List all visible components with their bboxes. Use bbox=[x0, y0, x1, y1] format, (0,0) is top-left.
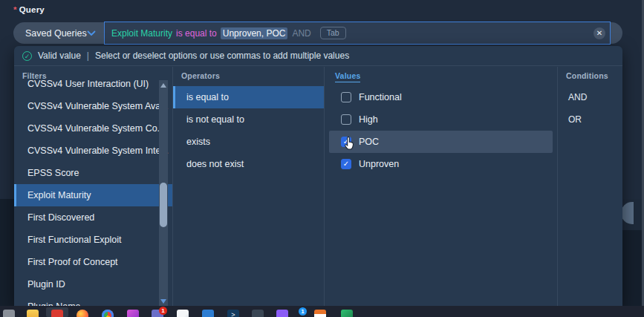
operator-item-selected[interactable]: is equal to bbox=[173, 86, 324, 108]
operators-list-viewport: is equal to is not equal to exists does … bbox=[173, 79, 324, 306]
value-option-label: Unproven bbox=[359, 159, 399, 169]
condition-item-or[interactable]: OR bbox=[558, 108, 621, 131]
red-app-icon[interactable] bbox=[51, 310, 63, 317]
filters-header: Filters bbox=[14, 67, 172, 80]
clear-query-icon[interactable]: ✕ bbox=[593, 27, 605, 39]
scroll-up-arrow-icon[interactable] bbox=[160, 83, 166, 88]
teams-notification-badge: 1 bbox=[159, 307, 167, 315]
filter-item[interactable]: Plugin ID bbox=[14, 273, 172, 295]
filters-column: Filters CVSSv4 User Interaction (UI) CVS… bbox=[14, 67, 173, 306]
filter-item[interactable]: EPSS Score bbox=[14, 162, 172, 184]
query-input[interactable]: Exploit Maturity is equal to Unproven, P… bbox=[104, 22, 611, 45]
values-column: Values Functional High POC bbox=[325, 67, 558, 306]
purple-app-icon[interactable] bbox=[127, 310, 139, 317]
panel-columns: Filters CVSSv4 User Interaction (UI) CVS… bbox=[14, 67, 622, 306]
query-operator-token: is equal to bbox=[176, 28, 217, 39]
status-instructions: Select or deselect options or use commas… bbox=[95, 50, 349, 61]
valid-status-text: Valid value bbox=[38, 50, 81, 61]
os-taskbar[interactable]: 1 > 1 bbox=[0, 306, 644, 317]
value-option-poc[interactable]: POC bbox=[329, 131, 553, 153]
filters-scrollbar[interactable] bbox=[159, 80, 168, 306]
firefox-icon[interactable] bbox=[77, 310, 88, 317]
condition-item-and[interactable]: AND bbox=[558, 86, 621, 108]
valid-check-icon bbox=[22, 51, 32, 61]
file-explorer-icon[interactable] bbox=[27, 310, 39, 317]
status-separator: | bbox=[87, 50, 89, 61]
show-desktop-icon[interactable] bbox=[3, 310, 15, 317]
filter-item[interactable]: First Proof of Concept bbox=[14, 251, 172, 273]
dim-app-icon[interactable] bbox=[252, 310, 264, 317]
conditions-header: Conditions bbox=[558, 67, 621, 80]
filter-item[interactable]: CVSSv4 Vulnerable System Co... bbox=[14, 117, 172, 140]
validation-status-bar: Valid value | Select or deselect options… bbox=[14, 46, 622, 66]
value-option-label: POC bbox=[359, 137, 379, 147]
scroll-down-arrow-icon[interactable] bbox=[160, 299, 166, 304]
saved-queries-label: Saved Queries bbox=[25, 28, 87, 39]
value-option-unproven[interactable]: Unproven bbox=[325, 153, 557, 175]
chevron-down-icon bbox=[87, 30, 96, 36]
query-builder-screen: *Query Saved Queries Exploit Maturity is… bbox=[0, 0, 644, 317]
filter-item[interactable]: First Functional Exploit bbox=[14, 229, 172, 251]
conditions-list-viewport: AND OR bbox=[558, 79, 621, 306]
query-label-text: Query bbox=[19, 5, 45, 14]
filter-item[interactable]: First Discovered bbox=[14, 206, 172, 229]
value-option-label: High bbox=[359, 114, 378, 125]
filter-item[interactable]: CVSSv4 User Interaction (UI) bbox=[14, 79, 172, 95]
value-option-high[interactable]: High bbox=[325, 108, 557, 131]
saved-queries-button[interactable]: Saved Queries bbox=[13, 22, 104, 44]
operator-item[interactable]: exists bbox=[173, 131, 324, 153]
checkbox-checked-icon[interactable] bbox=[341, 137, 351, 147]
tab-key-hint: Tab bbox=[320, 27, 346, 39]
query-conjunction-token: AND bbox=[292, 28, 310, 39]
operator-item[interactable]: is not equal to bbox=[173, 108, 324, 131]
checkbox-unchecked-icon[interactable] bbox=[341, 92, 351, 102]
value-option-functional[interactable]: Functional bbox=[325, 86, 557, 108]
notification-badge: 1 bbox=[299, 307, 307, 316]
filter-item[interactable]: CVSSv4 Vulnerable System Inte... bbox=[14, 140, 172, 162]
filter-item[interactable]: CVSSv4 Vulnerable System Ava... bbox=[14, 95, 172, 117]
filter-item[interactable]: Plugin Name bbox=[14, 295, 172, 306]
conditions-column: Conditions AND OR bbox=[558, 67, 621, 306]
operators-header: Operators bbox=[173, 67, 324, 80]
filter-item-selected[interactable]: Exploit Maturity bbox=[14, 184, 172, 206]
notepad-icon[interactable] bbox=[177, 310, 189, 317]
checkbox-checked-icon[interactable] bbox=[341, 159, 351, 169]
query-field-token: Exploit Maturity bbox=[111, 28, 172, 39]
excel-icon[interactable] bbox=[341, 310, 353, 317]
value-option-label: Functional bbox=[359, 92, 402, 102]
powershell-icon[interactable]: > bbox=[227, 310, 239, 317]
operator-item[interactable]: does not exist bbox=[173, 153, 324, 175]
spreadsheet-icon[interactable] bbox=[314, 310, 326, 317]
values-list-viewport: Functional High POC Unproven bbox=[325, 79, 557, 306]
remote-desktop-icon[interactable] bbox=[202, 310, 214, 317]
operators-column: Operators is equal to is not equal to ex… bbox=[173, 67, 325, 306]
purple-assistant-icon[interactable] bbox=[276, 310, 288, 317]
filters-list-viewport: CVSSv4 User Interaction (UI) CVSSv4 Vuln… bbox=[14, 79, 172, 306]
query-field-label: *Query bbox=[13, 5, 45, 14]
scrollbar-thumb[interactable] bbox=[160, 183, 167, 227]
query-values-token-selected: Unproven, POC bbox=[221, 27, 288, 39]
checkbox-unchecked-icon[interactable] bbox=[341, 114, 351, 125]
query-suggestion-panel: Valid value | Select or deselect options… bbox=[14, 46, 622, 306]
required-asterisk: * bbox=[13, 5, 17, 14]
chrome-icon[interactable] bbox=[102, 310, 114, 317]
